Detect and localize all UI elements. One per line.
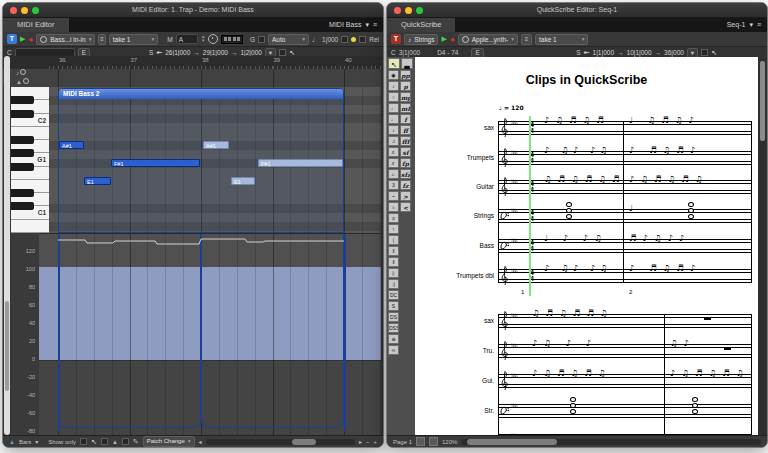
record-enable-icon[interactable]: ●	[450, 35, 455, 44]
stepper-icon[interactable]: ▲▼	[201, 35, 205, 43]
cursor-plus-icon[interactable]: ↖	[91, 438, 97, 446]
midi-note[interactable]: F#1	[258, 159, 343, 167]
quarter-note-icon[interactable]: ♩	[388, 114, 399, 124]
piano-black-key[interactable]	[11, 149, 34, 157]
chevron-down-icon[interactable]: ▾	[749, 18, 753, 32]
glasses-icon[interactable]: ∞	[388, 345, 399, 355]
crescendo-icon[interactable]: <	[400, 202, 411, 212]
bar-ruler[interactable]: 3637383940	[3, 56, 381, 70]
score-vertical-scrollbar[interactable]	[759, 57, 766, 435]
decrescendo-icon[interactable]: >	[400, 191, 411, 201]
double-barline-icon[interactable]: ‖	[388, 246, 399, 256]
ff-icon[interactable]: ff	[400, 125, 411, 135]
pencil-icon[interactable]: ✎	[133, 438, 139, 446]
page-back-icon[interactable]	[416, 437, 425, 446]
final-barline-icon[interactable]: ‖	[388, 257, 399, 267]
ds-icon[interactable]: DS	[388, 312, 399, 322]
triplet-icon[interactable]: 3	[388, 180, 399, 190]
cursor-icon[interactable]: ↖	[711, 49, 717, 57]
segno-icon[interactable]: S	[388, 301, 399, 311]
page-forward-icon[interactable]	[429, 437, 438, 446]
output-device-dropdown[interactable]: Bass...i in-in▾	[36, 34, 95, 45]
eighth-note-icon[interactable]: ♪	[388, 125, 399, 135]
time-format-dropdown[interactable]: Bars	[19, 439, 31, 445]
score-page[interactable]: Clips in QuickScribe ♩ = 120 sax♭♭♭44♪♫♬…	[415, 57, 758, 435]
natural-icon[interactable]: ♮	[388, 224, 399, 234]
whole-note-icon[interactable]: ○	[388, 92, 399, 102]
horizontal-scrollbar[interactable]	[206, 439, 355, 445]
menu-icon[interactable]: ≡	[757, 18, 761, 32]
mp-icon[interactable]: mp	[400, 92, 411, 102]
grid-value[interactable]: 1|000	[322, 36, 338, 43]
velocity-lane[interactable]	[39, 233, 381, 436]
dc-icon[interactable]: DC	[388, 290, 399, 300]
piano-black-key[interactable]	[11, 110, 34, 118]
mf-icon[interactable]: mf	[400, 103, 411, 113]
pedal-tool[interactable]: ▃	[401, 58, 413, 69]
chevron-down-icon[interactable]: ▾	[365, 18, 369, 32]
event-info-button[interactable]: E	[471, 48, 483, 58]
horizontal-scrollbar-thumb[interactable]	[467, 439, 557, 445]
piano-black-key[interactable]	[11, 189, 34, 197]
tie-icon[interactable]: ~	[388, 191, 399, 201]
horizontal-scrollbar-thumb[interactable]	[292, 439, 316, 445]
page-indicator[interactable]: Page 1	[393, 439, 412, 445]
dotted-note-icon[interactable]: ♪.	[388, 169, 399, 179]
fff-icon[interactable]: fff	[400, 136, 411, 146]
grid-widget-icon[interactable]	[221, 35, 243, 44]
time-format-icon[interactable]: ▲	[9, 439, 15, 445]
repeat-end-icon[interactable]: :|	[388, 279, 399, 289]
piano-black-key[interactable]	[11, 136, 34, 144]
half-note-icon[interactable]: ♩	[388, 103, 399, 113]
insert-type-dropdown[interactable]: Patch Change▾	[143, 436, 195, 447]
minimize-button[interactable]	[21, 7, 28, 14]
pp-icon[interactable]: pp	[400, 70, 411, 80]
quantize-dropdown[interactable]: Auto▾	[268, 34, 309, 45]
insert-checkbox[interactable]	[122, 438, 129, 445]
maximize-button[interactable]	[32, 7, 39, 14]
tab-quickscribe[interactable]: QuickScribe	[387, 18, 455, 32]
mute-label[interactable]: M	[167, 36, 172, 43]
selection-checkbox[interactable]	[701, 49, 708, 56]
midi-note[interactable]: A#1	[59, 141, 84, 149]
selection-checkbox[interactable]	[279, 49, 286, 56]
quickscribe-titlebar[interactable]: QuickScribe Editor: Seq-1	[387, 3, 767, 18]
vertical-scrollbar[interactable]	[4, 56, 10, 435]
barline-icon[interactable]: |	[388, 235, 399, 245]
note-value-icon[interactable]: ♩	[312, 36, 319, 43]
fz-icon[interactable]: fz	[400, 180, 411, 190]
eye-icon[interactable]: ◉	[388, 70, 399, 80]
midi-note[interactable]: E1	[231, 177, 255, 185]
sfz-icon[interactable]: sfz	[400, 169, 411, 179]
arrow-tool[interactable]: ↖	[388, 58, 400, 69]
midi-note[interactable]: A#1	[203, 141, 229, 149]
track-selector[interactable]: MIDI Bass	[329, 18, 361, 32]
fp-icon[interactable]: fp	[400, 158, 411, 168]
midi-note[interactable]: F#1	[111, 159, 200, 167]
zoom-in-icon[interactable]: +	[373, 439, 377, 445]
coda-icon[interactable]: ⊕	[388, 334, 399, 344]
clip-title-bar[interactable]: MIDI Bass 2	[59, 89, 343, 99]
f-icon[interactable]: f	[400, 114, 411, 124]
play-enable-icon[interactable]: ▶	[441, 35, 446, 43]
piano-black-key[interactable]	[11, 96, 34, 104]
clock-icon[interactable]	[208, 34, 218, 44]
take-list-icon[interactable]: ≡	[98, 34, 105, 45]
sixtyfourth-note-icon[interactable]: ♬	[388, 158, 399, 168]
rel-checkbox[interactable]	[359, 36, 366, 43]
show-markers-checkbox[interactable]	[101, 438, 108, 445]
scroll-left-icon[interactable]: ◂	[199, 438, 202, 445]
menu-icon[interactable]: ≡	[373, 18, 377, 32]
scroll-right-icon[interactable]: ▸	[359, 438, 362, 445]
counter-value[interactable]: 3|1|000	[399, 49, 420, 56]
grid-checkbox[interactable]	[258, 36, 265, 43]
take-dropdown[interactable]: take 1▾	[535, 34, 588, 45]
piano-keyboard[interactable]: C2G1C1	[11, 87, 49, 233]
play-enable-icon[interactable]: ▶	[20, 35, 25, 43]
minimize-button[interactable]	[405, 7, 412, 14]
track-color-button[interactable]: T	[7, 34, 17, 44]
close-button[interactable]	[394, 7, 401, 14]
track-dropdown[interactable]: ♪Strings	[404, 34, 438, 45]
repeat-start-icon[interactable]: |:	[388, 268, 399, 278]
selection-memory-icon[interactable]: ⇤	[584, 49, 590, 57]
